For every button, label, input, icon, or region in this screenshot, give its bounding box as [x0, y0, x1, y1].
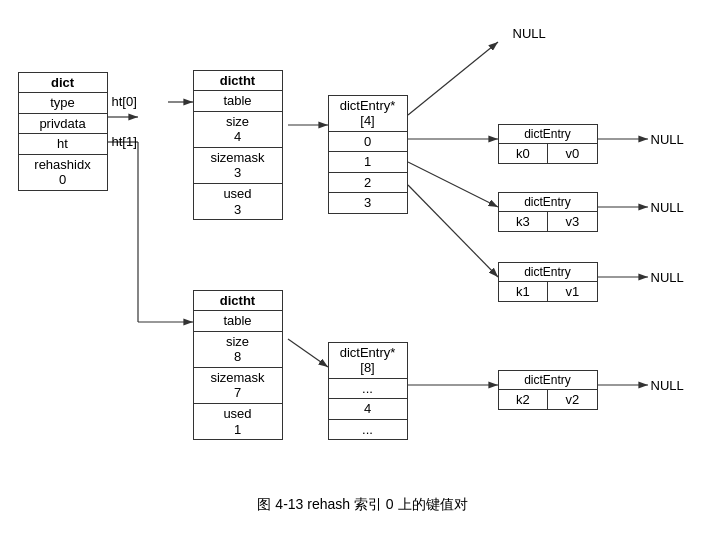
dictht1-used: used1: [193, 404, 283, 440]
entry-array-0-cell2: 2: [328, 173, 408, 194]
ht0-label: ht[0]: [112, 94, 137, 109]
entry-k1v1: dictEntry k1 v1: [498, 262, 598, 302]
dictht1-size: size8: [193, 332, 283, 368]
entry-k3v3: dictEntry k3 v3: [498, 192, 598, 232]
dictht0-sizemask: sizemask3: [193, 148, 283, 184]
entry-array-0-cell0: 0: [328, 132, 408, 153]
dictht0-table: dictht table size4 sizemask3 used3: [193, 70, 283, 221]
entry-k0v0-v: v0: [548, 144, 598, 164]
entry-array-0: dictEntry*[4] 0 1 2 3: [328, 95, 408, 215]
svg-line-11: [408, 185, 498, 277]
dictht1-table: dictht table size8 sizemask7 used1: [193, 290, 283, 441]
entry-array-1-label: dictEntry*[8]: [328, 342, 408, 379]
dictht0-size: size4: [193, 112, 283, 148]
entry-k2v2-k: k2: [498, 390, 549, 410]
entry-k3v3-v: v3: [548, 212, 598, 232]
entry-array-0-cell1: 1: [328, 152, 408, 173]
ht1-label: ht[1]: [112, 134, 137, 149]
entry-k1v1-k: k1: [498, 282, 549, 302]
dict-table: dict type privdata ht rehashidx0: [18, 72, 108, 192]
entry-k1v1-v: v1: [548, 282, 598, 302]
null-k2v2: NULL: [651, 378, 684, 393]
dictht0-table-cell: table: [193, 91, 283, 112]
arrows-svg: [8, 12, 718, 522]
entry-k2v2-label: dictEntry: [498, 370, 598, 390]
svg-line-7: [288, 339, 328, 367]
entry-array-1: dictEntry*[8] ... 4 ...: [328, 342, 408, 441]
dict-label: dict: [18, 72, 108, 94]
entry-k2v2-v: v2: [548, 390, 598, 410]
dictht1-sizemask: sizemask7: [193, 368, 283, 404]
entry-k0v0-k: k0: [498, 144, 549, 164]
dict-type: type: [18, 93, 108, 114]
svg-line-8: [408, 42, 498, 115]
dict-ht: ht: [18, 134, 108, 155]
entry-array-1-cell0: ...: [328, 379, 408, 400]
dictht0-used: used3: [193, 184, 283, 220]
dictht0-label: dictht: [193, 70, 283, 92]
entry-k1v1-kv: k1 v1: [498, 282, 598, 302]
entry-array-1-cell1: 4: [328, 399, 408, 420]
null-top: NULL: [513, 26, 546, 41]
entry-k2v2: dictEntry k2 v2: [498, 370, 598, 410]
entry-k3v3-k: k3: [498, 212, 549, 232]
dict-rehashidx: rehashidx0: [18, 155, 108, 191]
entry-array-0-label: dictEntry*[4]: [328, 95, 408, 132]
null-k0v0: NULL: [651, 132, 684, 147]
null-k3v3: NULL: [651, 200, 684, 215]
entry-k0v0: dictEntry k0 v0: [498, 124, 598, 164]
entry-array-0-cell3: 3: [328, 193, 408, 214]
entry-k3v3-label: dictEntry: [498, 192, 598, 212]
entry-k1v1-label: dictEntry: [498, 262, 598, 282]
entry-array-1-cell2: ...: [328, 420, 408, 441]
dictht1-label: dictht: [193, 290, 283, 312]
svg-line-10: [408, 162, 498, 207]
entry-k2v2-kv: k2 v2: [498, 390, 598, 410]
entry-k3v3-kv: k3 v3: [498, 212, 598, 232]
null-k1v1: NULL: [651, 270, 684, 285]
diagram-container: dict type privdata ht rehashidx0 ht[0] h…: [8, 12, 718, 522]
entry-k0v0-label: dictEntry: [498, 124, 598, 144]
entry-k0v0-kv: k0 v0: [498, 144, 598, 164]
dict-privdata: privdata: [18, 114, 108, 135]
caption: 图 4-13 rehash 索引 0 上的键值对: [8, 496, 718, 514]
dictht1-table-cell: table: [193, 311, 283, 332]
